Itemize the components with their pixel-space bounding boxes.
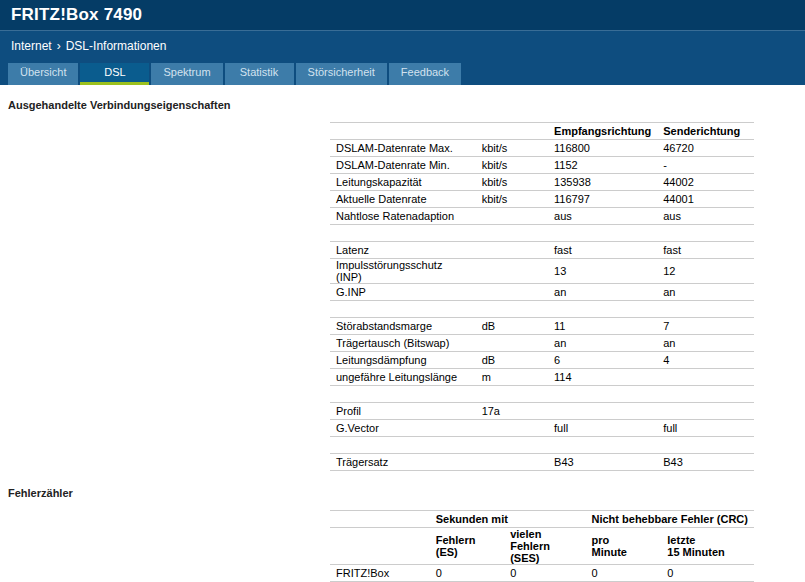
app-title: FRITZ!Box 7490 [11,5,142,25]
table-cell [476,259,548,284]
connection-section: Ausgehandelte Verbindungseigenschaften E… [0,85,805,471]
table-row [330,386,754,403]
tab-spektrum[interactable]: Spektrum [151,63,222,85]
col-header-senderichtung: Senderichtung [657,123,754,140]
group-header-seconds: Sekunden mit [430,511,586,528]
table-row: G.INPanan [330,284,754,301]
table-cell [657,386,754,403]
group-header-crc: Nicht behebbare Fehler (CRC) [586,511,755,528]
breadcrumb-internet[interactable]: Internet [11,39,52,53]
table-cell: 44002 [657,174,754,191]
table-cell [657,301,754,318]
table-cell: an [548,284,657,301]
table-cell: Trägersatz [330,454,476,471]
table-cell: kbit/s [476,157,548,174]
main-content: Ausgehandelte Verbindungseigenschaften E… [0,85,805,582]
table-cell: DSLAM-Datenrate Min. [330,157,476,174]
tab-statistik[interactable]: Statistik [225,63,294,85]
table-cell: Störabstandsmarge [330,318,476,335]
table-cell: Profil [330,403,476,420]
table-cell [548,225,657,242]
header-cell-unit [476,123,548,140]
table-cell: kbit/s [476,174,548,191]
table-cell: 0 [430,565,504,582]
table-row: Leitungskapazitätkbit/s13593844002 [330,174,754,191]
table-cell: DSLAM-Datenrate Max. [330,140,476,157]
section-title-connection: Ausgehandelte Verbindungseigenschaften [8,98,330,111]
table-cell: Latenz [330,242,476,259]
table-cell: 0 [586,565,662,582]
table-cell [330,437,476,454]
table-cell [330,386,476,403]
table-cell: an [548,335,657,352]
col-header-empfangsrichtung: Empfangsrichtung [548,123,657,140]
tab-feedback[interactable]: Feedback [389,63,461,85]
table-cell: dB [476,318,548,335]
table-row: DSLAM-Datenrate Max.kbit/s11680046720 [330,140,754,157]
table-row: StörabstandsmargedB117 [330,318,754,335]
table-cell: m [476,369,548,386]
table-row [330,225,754,242]
table-row: Trägertausch (Bitswap)anan [330,335,754,352]
table-cell: Trägertausch (Bitswap) [330,335,476,352]
table-cell: Leitungsdämpfung [330,352,476,369]
table-cell: fast [548,242,657,259]
col-header-last-15-min: letzte 15 Minuten [661,528,754,565]
table-cell: 11 [548,318,657,335]
table-cell: 0 [504,565,585,582]
table-cell: 116800 [548,140,657,157]
table-cell: 116797 [548,191,657,208]
table-row: TrägersatzB43B43 [330,454,754,471]
table-cell: 44001 [657,191,754,208]
table-cell: full [657,420,754,437]
table-cell: 0 [661,565,754,582]
tab-uebersicht[interactable]: Übersicht [8,63,78,85]
table-cell: Aktuelle Datenrate [330,191,476,208]
table-row: G.Vectorfullfull [330,420,754,437]
tab-stoersicherheit[interactable]: Störsicherheit [296,63,387,85]
table-row [330,301,754,318]
table-cell: an [657,335,754,352]
table-cell: 6 [548,352,657,369]
app-header: FRITZ!Box 7490 [0,0,805,30]
table-cell: kbit/s [476,191,548,208]
table-cell [476,420,548,437]
table-cell: kbit/s [476,140,548,157]
group-header-empty [330,511,430,528]
table-cell: an [657,284,754,301]
breadcrumb: Internet › DSL-Informationen [0,30,805,60]
table-cell: G.INP [330,284,476,301]
connection-table: Empfangsrichtung Senderichtung DSLAM-Dat… [330,122,754,471]
table-cell: 1152 [548,157,657,174]
table-cell: aus [657,208,754,225]
table-cell [476,301,548,318]
table-cell: fast [657,242,754,259]
table-cell [657,225,754,242]
table-cell [476,386,548,403]
table-cell: FRITZ!Box [330,565,430,582]
table-cell [657,369,754,386]
table-row: Aktuelle Datenratekbit/s11679744001 [330,191,754,208]
table-row: Latenzfastfast [330,242,754,259]
table-cell: Leitungskapazität [330,174,476,191]
error-table-wrapper: Sekunden mit Nicht behebbare Fehler (CRC… [330,486,754,582]
table-cell [476,454,548,471]
table-cell: Nahtlose Ratenadaption [330,208,476,225]
table-row: ungefähre Leitungslängem114 [330,369,754,386]
table-row: Nahtlose Ratenadaptionausaus [330,208,754,225]
tab-dsl[interactable]: DSL [80,63,149,85]
error-section: Fehlerzähler Sekunden mit Nicht behebbar… [0,471,805,582]
table-row [330,437,754,454]
tab-bar: Übersicht DSL Spektrum Statistik Störsic… [0,60,805,85]
error-table-column-header-row: Fehlern (ES) vielen Fehlern (SES) pro Mi… [330,528,754,565]
connection-table-wrapper: Empfangsrichtung Senderichtung DSLAM-Dat… [330,98,754,471]
table-cell: 135938 [548,174,657,191]
table-cell: B43 [657,454,754,471]
table-row: DSLAM-Datenrate Min.kbit/s1152- [330,157,754,174]
table-cell [548,403,657,420]
error-table-group-header-row: Sekunden mit Nicht behebbare Fehler (CRC… [330,511,754,528]
col-header-per-minute: pro Minute [586,528,662,565]
table-cell: - [657,157,754,174]
table-cell: B43 [548,454,657,471]
table-cell [476,284,548,301]
